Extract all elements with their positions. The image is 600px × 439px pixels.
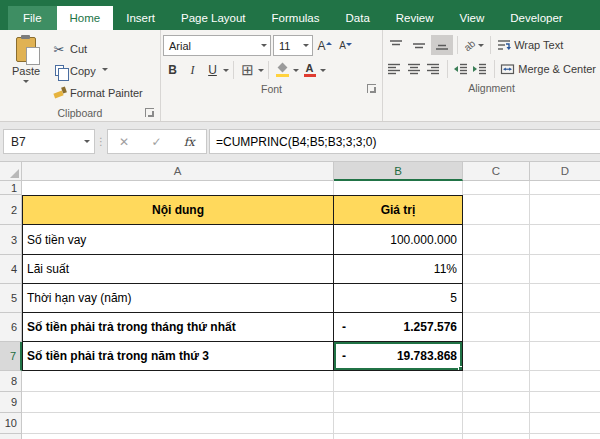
tab-formulas[interactable]: Formulas [259,6,333,30]
cell-C2[interactable] [463,195,530,225]
cell-D10[interactable] [530,413,600,434]
column-header-C[interactable]: C [463,162,530,181]
align-center-button[interactable] [405,59,424,79]
tab-file[interactable]: File [8,6,57,30]
fill-color-dropdown-arrow[interactable] [293,69,299,75]
row-header-9[interactable]: 9 [0,392,22,413]
cell-B1[interactable] [334,181,463,195]
cell-C3[interactable] [463,225,530,255]
row-header-8[interactable]: 8 [0,371,22,392]
name-box-dropdown-arrow[interactable] [84,140,90,146]
cell-D8[interactable] [530,371,600,392]
cell-A10[interactable] [22,413,334,434]
cell-D3[interactable] [530,225,600,255]
italic-button[interactable]: I [183,60,202,80]
cell-C7[interactable] [463,342,530,371]
font-dialog-launcher-icon[interactable] [367,84,376,93]
cell-B7-selected[interactable]: - 19.783.868 [334,342,463,371]
cell-A6[interactable]: Số tiền phải trả trong tháng thứ nhất [22,313,334,342]
cell-B6[interactable]: - 1.257.576 [334,313,463,342]
fill-handle[interactable] [458,366,463,371]
tab-view[interactable]: View [447,6,498,30]
cell-C8[interactable] [463,371,530,392]
cell-B10[interactable] [334,413,463,434]
cancel-icon[interactable]: ✕ [119,135,129,149]
row-header-7[interactable]: 7 [0,342,22,371]
row-header-5[interactable]: 5 [0,284,22,313]
row-header-3[interactable]: 3 [0,225,22,255]
cell-B9[interactable] [334,392,463,413]
cell-B5[interactable]: 5 [334,284,463,313]
cell-A5[interactable]: Thời hạn vay (năm) [22,284,334,313]
cell-B4[interactable]: 11% [334,255,463,284]
cell-C10[interactable] [463,413,530,434]
orientation-dropdown-arrow[interactable] [478,44,484,50]
row-header-1[interactable]: 1 [0,181,22,195]
row-header-2[interactable]: 2 [0,195,22,225]
cell-C1[interactable] [463,181,530,195]
column-header-A[interactable]: A [22,162,334,181]
tab-home[interactable]: Home [57,6,114,30]
font-color-dropdown-arrow[interactable] [320,69,326,75]
underline-dropdown-arrow[interactable] [223,69,229,75]
align-right-button[interactable] [424,59,443,79]
paste-button[interactable]: Paste [2,33,50,104]
cell-A3[interactable]: Số tiền vay [22,225,334,255]
cell-C5[interactable] [463,284,530,313]
font-color-button[interactable]: A [300,60,319,80]
clipboard-dialog-launcher-icon[interactable] [145,108,154,117]
select-all-button[interactable] [0,162,22,181]
increase-indent-button[interactable] [471,59,490,79]
tab-review[interactable]: Review [383,6,447,30]
formula-input[interactable]: =CUMPRINC(B4;B5;B3;3;3;0) [209,129,600,154]
copy-dropdown-arrow[interactable] [102,68,108,74]
tab-data[interactable]: Data [333,6,383,30]
top-align-button[interactable] [385,35,407,55]
cell-A7[interactable]: Số tiền phải trả trong năm thứ 3 [22,342,334,371]
cell-C9[interactable] [463,392,530,413]
row-header-11-partial[interactable] [0,434,22,439]
row-header-6[interactable]: 6 [0,313,22,342]
cell-D1[interactable] [530,181,600,195]
increase-font-size-button[interactable]: A [315,36,334,56]
decrease-font-size-button[interactable]: A [336,36,355,56]
tab-insert[interactable]: Insert [113,6,168,30]
cell-D6[interactable] [530,313,600,342]
borders-button[interactable]: ⊞ [238,60,257,80]
underline-button[interactable]: U [203,60,222,80]
column-header-B[interactable]: B [334,162,463,181]
font-size-combo[interactable]: 11 [273,35,313,56]
align-left-button[interactable] [385,59,404,79]
fill-color-button[interactable] [273,60,292,80]
cell-D4[interactable] [530,255,600,284]
paste-dropdown-arrow[interactable] [23,80,29,86]
formula-bar-splitter[interactable]: ⋮ [95,136,107,147]
tab-developer[interactable]: Developer [497,6,575,30]
cell-A8[interactable] [22,371,334,392]
cell-A9[interactable] [22,392,334,413]
orientation-button[interactable]: ab [462,40,486,51]
bottom-align-button[interactable] [431,35,453,55]
cell-D9[interactable] [530,392,600,413]
cell-B2[interactable]: Giá trị [334,195,463,225]
format-painter-button[interactable]: Format Painter [50,82,143,104]
cell-D2[interactable] [530,195,600,225]
bold-button[interactable]: B [163,60,182,80]
font-name-dropdown-arrow[interactable] [261,44,267,50]
row-header-10[interactable]: 10 [0,413,22,434]
cell-C4[interactable] [463,255,530,284]
cut-button[interactable]: ✂ Cut [50,38,143,60]
cell-C6[interactable] [463,313,530,342]
insert-function-icon[interactable]: fx [184,135,195,149]
cell-D7[interactable] [530,342,600,371]
cell-A4[interactable]: Lãi suất [22,255,334,284]
font-name-combo[interactable]: Arial [163,35,271,56]
cell-D5[interactable] [530,284,600,313]
name-box[interactable]: B7 [3,129,95,154]
tab-page-layout[interactable]: Page Layout [168,6,259,30]
decrease-indent-button[interactable] [451,59,470,79]
wrap-text-button[interactable]: Wrap Text [495,39,565,51]
cell-B8[interactable] [334,371,463,392]
cell-A2[interactable]: Nội dung [22,195,334,225]
borders-dropdown-arrow[interactable] [258,69,264,75]
